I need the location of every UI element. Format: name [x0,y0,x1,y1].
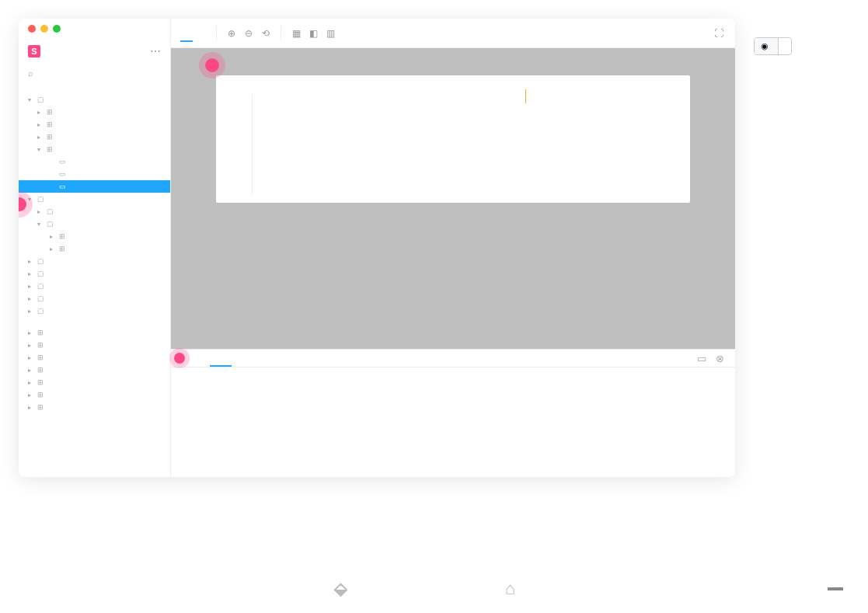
grid-icon[interactable]: ▦ [289,26,303,40]
background-icon[interactable]: ◧ [306,26,320,40]
section-library [19,84,170,93]
sidebar: S ⋯ ⌕ ▾▢ ▸⊞ ▸⊞ ▸⊞ ▾ [19,19,171,477]
sidebar-item-progresscircle[interactable]: ▸⊞ [19,242,170,255]
airbnb-icon: ⌂ [505,579,515,599]
search-icon: ⌕ [28,68,33,78]
close-panel-icon[interactable]: ⊗ [711,353,729,364]
addon-tab-actions[interactable] [210,350,232,367]
highlight-dot [205,58,219,72]
bookmark-icon: ▭ [59,183,68,190]
main-pane: ⊕ ⊖ ⟲ ▦ ◧ ▥ ⛶ ☟ [171,19,735,477]
bookmark-icon: ▭ [59,170,68,178]
toolbar: ⊕ ⊖ ⟲ ▦ ◧ ▥ ⛶ [171,19,735,48]
bookmark-icon: ▭ [59,158,68,165]
sidebar-item-buttons[interactable]: ▸▢ [19,305,170,317]
zoom-reset-icon[interactable]: ⟲ [259,26,273,40]
sidebar-item-linegraph[interactable]: ▸⊞ [19,106,170,118]
star-count [779,38,791,54]
github-star-button[interactable]: ◉ [754,37,792,55]
sidebar-item-footer[interactable]: ▸⊞ [19,388,170,401]
sidebar-item-image[interactable]: ▸▢ [19,267,170,280]
sidebar-item-empty[interactable]: ▭ [19,168,170,180]
sidebar-menu-icon[interactable]: ⋯ [150,45,161,57]
addon-tab-accessibility[interactable] [297,350,319,366]
highlight-dot [174,353,185,364]
sidebar-item-modal[interactable]: ▸▢ [19,255,170,267]
sidebar-item-buildlist[interactable]: ▸⊞ [19,351,170,364]
viewport-icon[interactable]: ▥ [323,26,337,40]
app-logo: S [28,45,45,57]
addon-tab-events[interactable] [232,350,253,366]
storybook-window: S ⋯ ⌕ ▾▢ ▸⊞ ▸⊞ ▸⊞ ▾ [19,19,735,477]
addon-tab-notes[interactable] [275,350,297,366]
trusted-by-row: ⬙ ⌂ [25,579,843,599]
logo-dropbox: ⬙ [334,579,350,599]
storybook-icon: S [28,45,40,57]
histogram-component [216,75,690,203]
sidebar-item-activityitem[interactable]: ▸⊞ [19,364,170,376]
dropbox-icon: ⬙ [334,579,347,599]
orientation-icon[interactable]: ▭ [692,353,711,364]
sidebar-item-activitylist[interactable]: ▸⊞ [19,376,170,388]
sidebar-item-interstitial[interactable]: ▾▢ [19,193,170,205]
fullscreen-icon[interactable]: ⛶ [712,26,726,40]
sidebar-item-spinners[interactable]: ▸▢ [19,205,170,218]
actions-log [171,367,735,389]
sidebar-item-sparkline[interactable]: ▸⊞ [19,131,170,143]
addon-tab-knobs[interactable] [188,350,210,366]
sidebar-item-builditem[interactable]: ▸⊞ [19,339,170,351]
zoom-out-icon[interactable]: ⊖ [242,26,256,40]
sidebar-item-badges[interactable]: ▸▢ [19,292,170,305]
tab-docs[interactable] [196,26,208,41]
github-icon: ◉ [761,41,769,51]
search-input[interactable]: ⌕ [19,65,170,84]
sidebar-item-progress-indicators[interactable]: ▾▢ [19,218,170,230]
chart-body [230,94,676,195]
sidebar-item-tooltips[interactable]: ▸▢ [19,280,170,292]
logo-mozilla [828,587,843,590]
canvas-area [171,48,735,349]
section-webapp [19,317,170,326]
tree-webapp: ▸⊞ ▸⊞ ▸⊞ ▸⊞ ▸⊞ ▸⊞ ▸⊞ [19,326,170,413]
sidebar-item-charts[interactable]: ▾▢ [19,93,170,106]
sidebar-item-progressbar[interactable]: ▸⊞ [19,230,170,242]
tree-library: ▾▢ ▸⊞ ▸⊞ ▸⊞ ▾⊞ ▭ ▭ ▭ ▾▢ ▸▢ ▾▢ ▸⊞ ▸⊞ ▸▢ [19,93,170,317]
sidebar-item-histogram[interactable]: ▾⊞ [19,143,170,155]
y-axis [230,94,252,195]
info-column: ◉ [754,0,868,496]
sidebar-item-piechart[interactable]: ▸⊞ [19,118,170,131]
sidebar-item-normalize[interactable]: ▭ [19,180,170,193]
bars [252,94,676,195]
addon-tab-story[interactable] [253,350,275,366]
zoom-in-icon[interactable]: ⊕ [225,26,239,40]
addons-panel: ▭ ⊗ [171,349,735,477]
sidebar-item-header[interactable]: ▸⊞ [19,401,170,413]
sidebar-item-accountmenu[interactable]: ▸⊞ [19,326,170,339]
sidebar-item-default[interactable]: ▭ [19,155,170,168]
logo-airbnb: ⌂ [505,579,518,599]
tab-canvas[interactable] [180,25,193,42]
